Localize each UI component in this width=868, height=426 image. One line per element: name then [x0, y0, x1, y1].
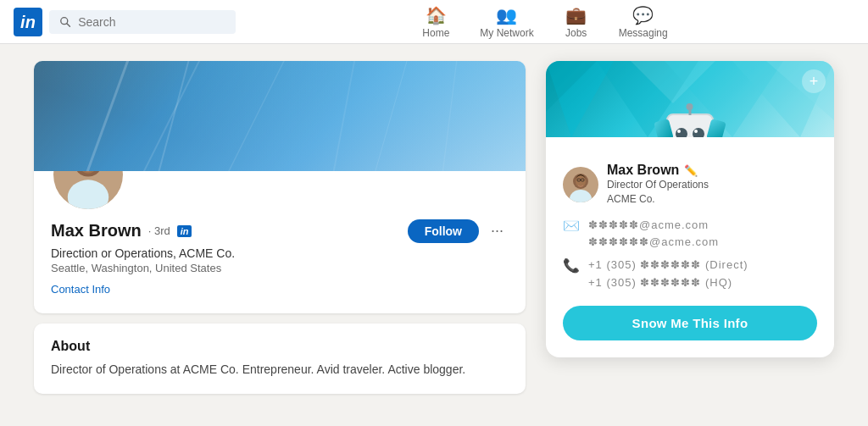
jobs-icon: 💼 — [565, 5, 587, 25]
phone-2: +1 (305) ✽✽✽✽✽✽ (HQ) — [588, 274, 748, 292]
logo-text: in — [20, 14, 36, 30]
svg-point-14 — [68, 180, 108, 209]
email-1: ✽✽✽✽✽@acme.com — [588, 217, 719, 235]
svg-line-2 — [136, 61, 203, 171]
profile-banner — [34, 61, 526, 171]
svg-point-26 — [570, 190, 592, 202]
phone-details: +1 (305) ✽✽✽✽✽✽ (Direct) +1 (305) ✽✽✽✽✽✽… — [588, 257, 748, 292]
phone-1: +1 (305) ✽✽✽✽✽✽ (Direct) — [588, 257, 748, 274]
svg-point-23 — [576, 175, 586, 187]
profile-name-left: Max Brown · 3rd in — [51, 221, 192, 241]
network-icon: 👥 — [496, 5, 517, 25]
search-input[interactable] — [78, 15, 225, 29]
contact-widget: + — [546, 61, 834, 357]
nav-jobs-label: Jobs — [565, 27, 587, 39]
svg-line-3 — [220, 61, 288, 171]
search-bar[interactable] — [49, 10, 236, 34]
email-contact-row: ✉️ ✽✽✽✽✽@acme.com ✽✽✽✽✽✽@acme.com — [563, 217, 817, 252]
contact-info-link[interactable]: Contact Info — [51, 283, 110, 296]
phone-icon: 📞 — [563, 257, 580, 274]
nav-network[interactable]: 👥 My Network — [466, 2, 547, 42]
follow-button[interactable]: Follow — [408, 219, 479, 243]
robot-wing-left — [654, 119, 674, 137]
widget-name-block: Max Brown ✏️ Director Of Operations ACME… — [607, 163, 709, 207]
email-icon: ✉️ — [563, 218, 580, 234]
profile-name: Max Brown — [51, 221, 142, 241]
degree-badge: · 3rd — [148, 224, 170, 237]
robot-antenna — [689, 107, 692, 115]
nav-messaging[interactable]: 💬 Messaging — [605, 2, 682, 42]
navbar: in 🏠 Home 👥 My Network 💼 Jobs 💬 Messagin… — [0, 0, 868, 44]
main-content: Max Brown · 3rd in Follow ··· Direction … — [0, 44, 868, 411]
email-2: ✽✽✽✽✽✽@acme.com — [588, 234, 719, 252]
email-details: ✽✽✽✽✽@acme.com ✽✽✽✽✽✽@acme.com — [588, 217, 719, 252]
robot-illustration — [666, 113, 714, 137]
about-card: About Director of Operations at ACME Co.… — [34, 324, 526, 394]
nav-network-label: My Network — [480, 27, 533, 39]
widget-expand-button[interactable]: + — [802, 69, 826, 93]
right-column: + — [546, 61, 834, 357]
left-column: Max Brown · 3rd in Follow ··· Direction … — [34, 61, 526, 394]
search-icon — [59, 15, 71, 29]
widget-name: Max Brown ✏️ — [607, 163, 709, 178]
profile-name-row: Max Brown · 3rd in Follow ··· — [51, 219, 509, 243]
nav-home-label: Home — [422, 27, 449, 39]
widget-subtitle: Director Of Operations ACME Co. — [607, 178, 709, 207]
linkedin-logo[interactable]: in — [14, 8, 42, 36]
widget-contact-section: ✉️ ✽✽✽✽✽@acme.com ✽✽✽✽✽✽@acme.com 📞 +1 (… — [563, 217, 817, 292]
robot-head — [666, 113, 714, 137]
widget-avatar — [563, 167, 598, 202]
widget-header: + — [546, 61, 834, 137]
robot-eye-left — [676, 128, 687, 137]
about-title: About — [51, 339, 509, 354]
linkedin-badge: in — [177, 225, 192, 237]
more-options-button[interactable]: ··· — [486, 219, 509, 243]
svg-line-1 — [67, 23, 70, 26]
profile-title: Direction or Operations, ACME Co. — [51, 246, 509, 260]
widget-body: Max Brown ✏️ Director Of Operations ACME… — [546, 137, 834, 357]
profile-location: Seattle, Washington, United States — [51, 262, 509, 274]
home-icon: 🏠 — [426, 5, 447, 25]
nav-center: 🏠 Home 👥 My Network 💼 Jobs 💬 Messaging — [409, 2, 681, 42]
phone-contact-row: 📞 +1 (305) ✽✽✽✽✽✽ (Direct) +1 (305) ✽✽✽✽… — [563, 257, 817, 292]
widget-user-row: Max Brown ✏️ Director Of Operations ACME… — [563, 163, 817, 207]
robot-eye-right — [693, 128, 704, 137]
nav-home[interactable]: 🏠 Home — [409, 2, 463, 42]
nav-jobs[interactable]: 💼 Jobs — [551, 2, 602, 42]
svg-line-5 — [373, 61, 407, 171]
messaging-icon: 💬 — [632, 5, 654, 25]
widget-avatar-svg — [563, 167, 598, 202]
profile-actions: Follow ··· — [408, 219, 509, 243]
svg-line-6 — [441, 61, 458, 171]
profile-info: Max Brown · 3rd in Follow ··· Direction … — [34, 212, 526, 313]
banner-svg — [34, 61, 526, 171]
about-text: Director of Operations at ACME Co. Entre… — [51, 361, 509, 379]
nav-messaging-label: Messaging — [619, 27, 668, 39]
show-info-button[interactable]: Snow Me This Info — [563, 306, 817, 340]
profile-card: Max Brown · 3rd in Follow ··· Direction … — [34, 61, 526, 313]
edit-icon[interactable]: ✏️ — [684, 164, 698, 177]
svg-line-4 — [331, 61, 356, 171]
